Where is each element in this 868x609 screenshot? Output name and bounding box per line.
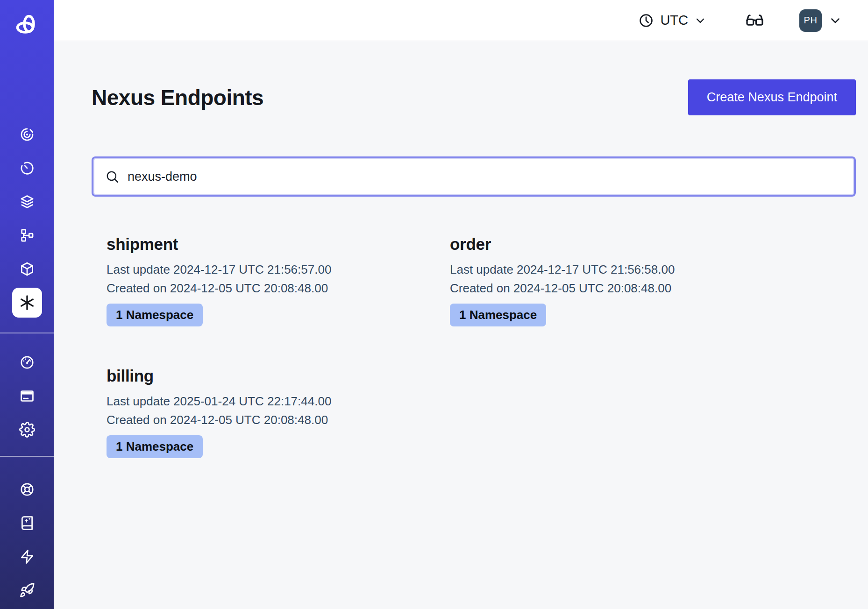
- namespace-badge: 1 Namespace: [107, 435, 203, 458]
- gear-icon: [19, 422, 35, 438]
- life-ring-icon: [19, 482, 35, 497]
- endpoint-name: billing: [107, 367, 435, 385]
- namespace-badge: 1 Namespace: [450, 304, 546, 326]
- glasses-icon: [745, 10, 765, 30]
- endpoint-last-update: Last update 2024-12-17 UTC 21:56:58.00: [450, 260, 778, 279]
- search-box: [92, 156, 856, 197]
- account-menu[interactable]: PH: [799, 9, 842, 32]
- endpoint-last-update: Last update 2024-12-17 UTC 21:56:57.00: [107, 260, 435, 279]
- endpoint-name: order: [450, 235, 778, 254]
- sidebar-item-lightning[interactable]: [0, 540, 54, 574]
- timer-icon: [19, 160, 35, 176]
- sidebar-item-spiral[interactable]: [0, 118, 54, 151]
- sidebar-item-timer[interactable]: [0, 151, 54, 185]
- search-icon: [105, 169, 120, 184]
- app-logo[interactable]: [15, 12, 39, 39]
- sidebar-divider: [0, 456, 54, 457]
- endpoint-created-on: Created on 2024-12-05 UTC 20:08:48.00: [107, 279, 435, 297]
- branch-icon: [19, 227, 35, 243]
- sidebar-item-gauge[interactable]: [0, 346, 54, 379]
- timezone-label: UTC: [660, 13, 688, 28]
- sidebar-item-life-ring[interactable]: [0, 473, 54, 506]
- glasses-button[interactable]: [745, 10, 765, 30]
- endpoint-created-on: Created on 2024-12-05 UTC 20:08:48.00: [450, 279, 778, 297]
- spiral-icon: [19, 127, 35, 142]
- book-sparkles-icon: [19, 515, 35, 531]
- endpoint-last-update: Last update 2025-01-24 UTC 22:17:44.00: [107, 392, 435, 411]
- endpoint-card[interactable]: billing Last update 2025-01-24 UTC 22:17…: [92, 367, 435, 458]
- gauge-icon: [19, 354, 35, 370]
- endpoint-card[interactable]: order Last update 2024-12-17 UTC 21:56:5…: [435, 235, 778, 326]
- selected-nav-highlight: [12, 288, 42, 318]
- sidebar-item-gear[interactable]: [0, 413, 54, 446]
- main-content: Nexus Endpoints Create Nexus Endpoint sh…: [54, 41, 868, 609]
- endpoint-list: shipment Last update 2024-12-17 UTC 21:5…: [92, 235, 856, 458]
- sidebar-divider: [0, 333, 54, 333]
- cube-icon: [19, 261, 35, 277]
- endpoint-card[interactable]: shipment Last update 2024-12-17 UTC 21:5…: [92, 235, 435, 326]
- sidebar-item-rocket[interactable]: [0, 574, 54, 607]
- search-input[interactable]: [128, 170, 843, 184]
- avatar: PH: [799, 9, 822, 32]
- sidebar-item-asterisk-selected[interactable]: [0, 286, 54, 319]
- endpoint-name: shipment: [107, 235, 435, 254]
- asterisk-icon: [18, 293, 36, 312]
- page-title: Nexus Endpoints: [92, 85, 263, 110]
- clock-icon: [638, 13, 654, 28]
- sidebar-item-layers[interactable]: [0, 185, 54, 219]
- layers-icon: [19, 194, 35, 210]
- top-header: UTC PH: [54, 0, 868, 41]
- sidebar: [0, 0, 54, 609]
- sidebar-item-branch[interactable]: [0, 219, 54, 252]
- chevron-down-icon: [694, 14, 706, 27]
- create-nexus-endpoint-button[interactable]: Create Nexus Endpoint: [688, 79, 856, 115]
- timezone-selector[interactable]: UTC: [638, 13, 706, 28]
- rocket-icon: [19, 582, 35, 598]
- namespace-badge: 1 Namespace: [107, 304, 203, 326]
- credit-card-icon: [19, 388, 35, 404]
- sidebar-item-cube[interactable]: [0, 252, 54, 286]
- sidebar-item-book[interactable]: [0, 506, 54, 540]
- chevron-down-icon: [829, 14, 842, 27]
- temporal-logo-icon: [15, 14, 39, 38]
- endpoint-created-on: Created on 2024-12-05 UTC 20:08:48.00: [107, 411, 435, 429]
- lightning-icon: [19, 549, 35, 565]
- sidebar-item-credit-card[interactable]: [0, 379, 54, 413]
